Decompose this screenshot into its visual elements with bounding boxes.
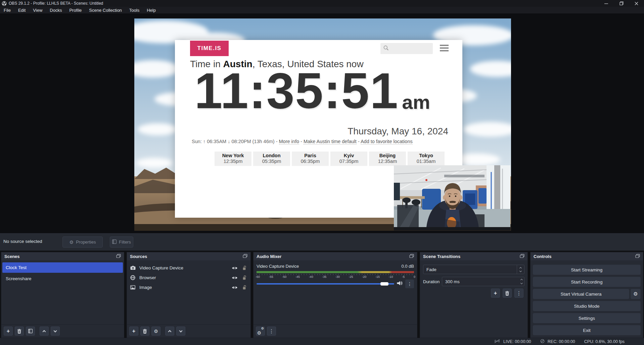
source-context-status: No source selected [3, 239, 42, 244]
sources-panel-header[interactable]: Sources [127, 252, 250, 260]
dock-popout-icon[interactable] [635, 253, 640, 259]
source-properties-button[interactable]: ⚙ [151, 327, 160, 336]
source-list: Video Capture Device Browser [127, 260, 250, 292]
transition-select[interactable]: Fade [423, 265, 524, 274]
visibility-eye-icon[interactable] [232, 266, 238, 270]
performance-stats: CPU: 0.6%, 30.00 fps [584, 339, 625, 344]
dock-popout-icon[interactable] [116, 253, 121, 259]
hamburger-menu-icon [440, 45, 449, 53]
move-source-up-button[interactable] [165, 327, 174, 336]
scenes-panel-title: Scenes [4, 254, 116, 259]
minimize-button[interactable] [599, 0, 614, 7]
double-gear-icon: ⚙⚙ [257, 328, 264, 335]
properties-button[interactable]: ⚙ Properties [62, 236, 103, 248]
scene-filters-button[interactable] [26, 327, 35, 336]
duration-field[interactable]: 300 ms [442, 277, 524, 286]
camera-icon [130, 266, 136, 270]
audio-mixer-panel-header[interactable]: Audio Mixer [254, 252, 417, 260]
sources-panel: Sources Video Capture Device [127, 252, 251, 338]
spinner-chevrons-icon[interactable] [521, 277, 522, 286]
speaker-icon[interactable] [397, 281, 403, 287]
menu-bar: File Edit View Docks Profile Scene Colle… [0, 7, 644, 13]
add-transition-button[interactable]: + [491, 289, 500, 298]
title-bar: OBS 29.1.2 - Profile: LLHLS BETA - Scene… [0, 0, 644, 7]
scene-transitions-panel: Scene Transitions Fade Duration 300 ms + [420, 252, 528, 338]
source-item-video-capture[interactable]: Video Capture Device [127, 263, 250, 273]
start-streaming-button[interactable]: Start Streaming [533, 265, 641, 275]
move-source-down-button[interactable] [176, 327, 185, 336]
world-clock-newyork: New York12:35pm [215, 152, 251, 166]
timeis-logo: TIME.IS [190, 41, 229, 56]
scene-transitions-panel-header[interactable]: Scene Transitions [420, 252, 527, 260]
favorite-link: Add to favorite locations [361, 139, 413, 144]
chevron-up-icon [43, 330, 46, 333]
lock-icon[interactable] [242, 275, 246, 280]
scenes-panel-header[interactable]: Scenes [1, 252, 124, 260]
settings-button[interactable]: Settings [533, 313, 641, 323]
dock-popout-icon[interactable] [409, 253, 414, 259]
menu-profile[interactable]: Profile [65, 7, 85, 13]
menu-scene-collection[interactable]: Scene Collection [85, 7, 126, 13]
source-context-bar: No source selected ⚙ Properties Filters [0, 233, 644, 251]
menu-docks[interactable]: Docks [46, 7, 65, 13]
filters-button[interactable]: Filters [110, 236, 133, 248]
streaming-inactive-icon [494, 339, 500, 345]
menu-tools[interactable]: Tools [126, 7, 143, 13]
close-button[interactable] [629, 0, 644, 7]
sources-panel-title: Sources [130, 254, 243, 259]
volume-meter [257, 271, 414, 273]
world-clock-kyiv: Kyiv07:35pm [330, 152, 367, 166]
world-clock-beijing: Beijing12:35am [369, 152, 406, 166]
trash-icon [17, 329, 21, 334]
dropdown-chevrons-icon [517, 265, 524, 274]
lock-icon[interactable] [242, 285, 246, 290]
advanced-audio-button[interactable]: ⚙⚙ [256, 327, 265, 336]
world-clock-tokyo: Tokyo01:35am [408, 152, 445, 166]
controls-panel-header[interactable]: Controls [531, 252, 643, 260]
visibility-eye-icon[interactable] [232, 286, 238, 290]
source-item-image[interactable]: Image [127, 283, 250, 292]
make-default-link: Make Austin time default [304, 139, 357, 144]
transitions-toolbar: + ⋮ [491, 289, 523, 298]
menu-view[interactable]: View [29, 7, 46, 13]
scene-item-clock-test[interactable]: Clock Test [2, 262, 123, 273]
remove-transition-button[interactable] [503, 289, 512, 298]
start-virtual-camera-button[interactable]: Start Virtual Camera [533, 289, 629, 299]
source-item-browser[interactable]: Browser [127, 273, 250, 283]
scene-transitions-panel-title: Scene Transitions [423, 254, 520, 259]
scene-item-screenshare[interactable]: Screenshare [2, 273, 123, 284]
timeis-sun-line: Sun: ↑ 06:35AM ↓ 08:20PM (13h 46m) - Mor… [192, 139, 450, 144]
meter-scale: -60-55-50-45-40-35-30-25-20-15-10-50 [256, 275, 415, 278]
move-scene-down-button[interactable] [51, 327, 60, 336]
add-scene-button[interactable]: + [4, 327, 13, 336]
mixer-channel-header: Video Capture Device 0.0 dB [254, 260, 417, 269]
transition-menu-button[interactable]: ⋮ [514, 289, 523, 298]
program-preview[interactable]: TIME.IS Time in Austin, Texas, United St… [134, 18, 511, 231]
virtual-camera-settings-button[interactable]: ⚙ [631, 289, 641, 299]
studio-mode-button[interactable]: Studio Mode [533, 301, 641, 311]
scene-list: Clock Test Screenshare [1, 260, 124, 284]
start-recording-button[interactable]: Start Recording [533, 277, 641, 287]
menu-edit[interactable]: Edit [14, 7, 29, 13]
volume-slider-handle[interactable] [380, 282, 388, 286]
dock-popout-icon[interactable] [520, 253, 524, 259]
menu-file[interactable]: File [0, 7, 14, 13]
visibility-eye-icon[interactable] [232, 276, 238, 280]
obs-logo-icon [2, 1, 7, 6]
volume-slider[interactable] [257, 283, 394, 285]
mixer-channel-name: Video Capture Device [257, 264, 299, 269]
remove-source-button[interactable] [140, 327, 149, 336]
mixer-channel-menu-button[interactable]: ⋮ [405, 279, 414, 288]
exit-button[interactable]: Exit [533, 325, 641, 335]
restore-button[interactable] [614, 0, 629, 7]
move-scene-up-button[interactable] [40, 327, 49, 336]
lock-icon[interactable] [242, 265, 246, 270]
volume-row: ⋮ [257, 281, 414, 287]
gear-icon: ⚙ [633, 291, 638, 297]
menu-help[interactable]: Help [143, 7, 159, 13]
dock-popout-icon[interactable] [243, 253, 247, 259]
add-source-button[interactable]: + [129, 327, 138, 336]
remove-scene-button[interactable] [15, 327, 24, 336]
clock-time: 11:35:51 [194, 71, 399, 111]
audio-mixer-menu-button[interactable]: ⋮ [267, 327, 276, 336]
